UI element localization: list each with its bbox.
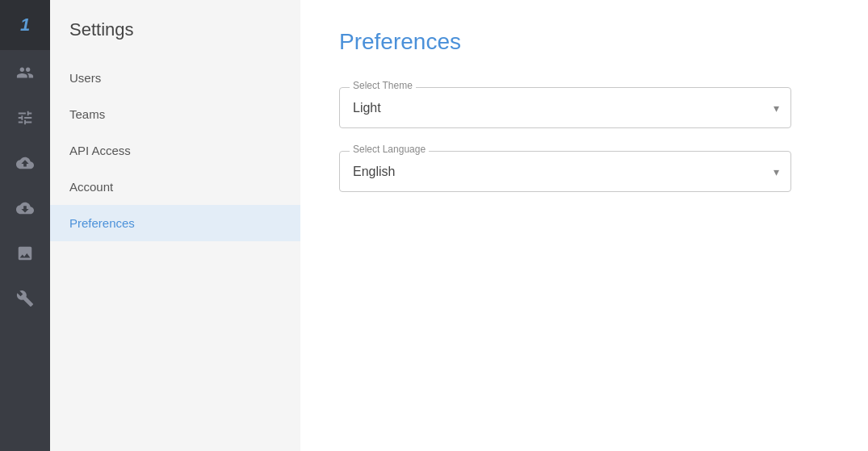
tools-icon[interactable] bbox=[0, 276, 50, 321]
sidebar-item-api-access[interactable]: API Access bbox=[50, 132, 300, 169]
sidebar-item-preferences[interactable]: Preferences bbox=[50, 205, 300, 241]
language-select[interactable]: English Spanish French German Japanese bbox=[340, 152, 790, 191]
sidebar-item-users[interactable]: Users bbox=[50, 60, 300, 96]
icon-sidebar: 1 bbox=[0, 0, 50, 451]
theme-label: Select Theme bbox=[350, 80, 416, 91]
sidebar-item-account[interactable]: Account bbox=[50, 169, 300, 205]
theme-field-group: Select Theme Light Dark System ▾ bbox=[339, 87, 791, 128]
cloud-download-icon[interactable] bbox=[0, 186, 50, 231]
theme-select[interactable]: Light Dark System bbox=[340, 88, 790, 127]
app-logo: 1 bbox=[20, 16, 30, 34]
image-icon[interactable] bbox=[0, 231, 50, 276]
people-icon[interactable] bbox=[0, 50, 50, 95]
page-title: Preferences bbox=[339, 29, 829, 55]
cloud-upload-icon[interactable] bbox=[0, 140, 50, 186]
sidebar-item-teams[interactable]: Teams bbox=[50, 96, 300, 132]
settings-sidebar: Settings Users Teams API Access Account … bbox=[50, 0, 300, 451]
language-label: Select Language bbox=[350, 144, 429, 155]
logo-area: 1 bbox=[0, 0, 50, 50]
main-content: Preferences Select Theme Light Dark Syst… bbox=[300, 0, 868, 451]
theme-field-wrapper: Select Theme Light Dark System ▾ bbox=[339, 87, 791, 128]
language-field-wrapper: Select Language English Spanish French G… bbox=[339, 151, 791, 192]
language-field-group: Select Language English Spanish French G… bbox=[339, 151, 791, 192]
filter-icon[interactable] bbox=[0, 95, 50, 140]
settings-title: Settings bbox=[50, 19, 300, 60]
